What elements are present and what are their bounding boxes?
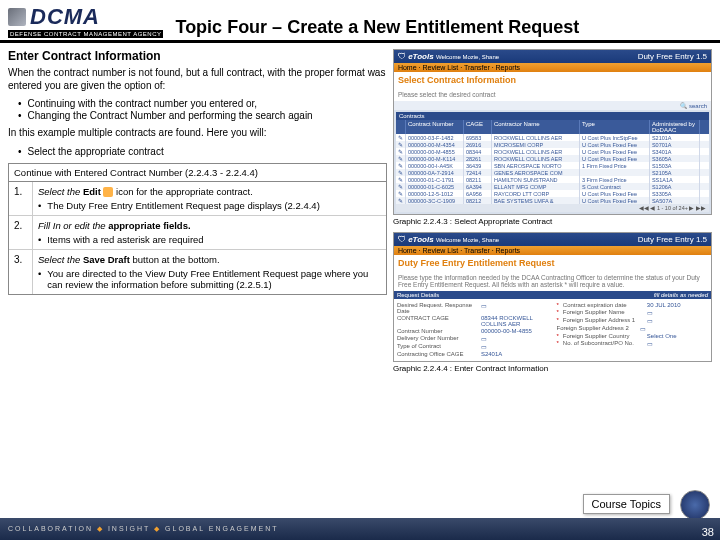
- page-footer: COLLABORATION ◆ INSIGHT ◆ GLOBAL ENGAGEM…: [0, 518, 720, 540]
- option-bullets: •Continuing with the contract number you…: [18, 98, 387, 121]
- contract-row[interactable]: ✎000000-00-M-K11428261ROCKWELL COLLINS A…: [396, 155, 709, 162]
- table-row: 3. Select the Save Draft button at the b…: [9, 250, 386, 294]
- page-number: 38: [702, 526, 714, 538]
- screenshot-contract-list: 🛡 eTools Welcome Mozie, Shane Duty Free …: [393, 49, 712, 215]
- page-header: DCMA DEFENSE CONTRACT MANAGEMENT AGENCY …: [0, 0, 720, 43]
- screenshot-nav: Home · Review List · Transfer · Reports: [394, 63, 711, 72]
- contract-row[interactable]: ✎000000-01-C-60256A394ELLANT MFG COMPS C…: [396, 183, 709, 190]
- step-sub: You are directed to the View Duty Free E…: [47, 268, 381, 290]
- agency-seal-icon: [680, 490, 710, 520]
- edit-icon: [103, 187, 113, 197]
- search-link[interactable]: search: [689, 103, 707, 109]
- contract-row[interactable]: ✎000000-00-M-485508344ROCKWELL COLLINS A…: [396, 148, 709, 155]
- steps-table-header: Continue with Entered Contract Number (2…: [9, 164, 386, 182]
- app-title: Duty Free Entry 1.5: [638, 235, 707, 244]
- step-sub: Items with a red asterisk are required: [47, 234, 203, 245]
- topic-title: Topic Four – Create a New Entitlement Re…: [175, 17, 712, 38]
- screenshot2-caption: Graphic 2.2.4.4 : Enter Contract Informa…: [393, 364, 712, 373]
- section-subtitle: Enter Contract Information: [8, 49, 387, 63]
- contract-row[interactable]: ✎000000-03-F-148269583ROCKWELL COLLINS A…: [396, 134, 709, 141]
- course-topics-button[interactable]: Course Topics: [583, 494, 671, 514]
- step-number: 2.: [9, 216, 33, 249]
- app-title: Duty Free Entry 1.5: [638, 52, 707, 61]
- contract-row[interactable]: ✎000000-12-5-10126A956RAYCORD LTT CORPU …: [396, 190, 709, 197]
- step-number: 1.: [9, 182, 33, 215]
- left-column: Enter Contract Information When the cont…: [8, 49, 387, 379]
- bullet-1: Continuing with the contract number you …: [28, 98, 258, 109]
- step-sub: The Duty Free Entry Entitlement Request …: [47, 200, 319, 211]
- step-number: 3.: [9, 250, 33, 294]
- dcma-logo: DCMA DEFENSE CONTRACT MANAGEMENT AGENCY: [8, 4, 163, 38]
- steps-table: Continue with Entered Contract Number (2…: [8, 163, 387, 295]
- bullet-2: Changing the Contract Number and perform…: [28, 110, 313, 121]
- intro-paragraph: When the contract number is not found, b…: [8, 67, 387, 92]
- screenshot-heading: Duty Free Entry Entitlement Request: [394, 255, 711, 271]
- logo-text: DCMA: [30, 4, 100, 30]
- right-column: 🛡 eTools Welcome Mozie, Shane Duty Free …: [393, 49, 712, 379]
- table-row: 2. Fill In or edit the appropriate field…: [9, 216, 386, 250]
- screenshot1-caption: Graphic 2.2.4.3 : Select Appropriate Con…: [393, 217, 712, 226]
- select-bullet: Select the appropriate contract: [28, 146, 164, 157]
- contract-row[interactable]: ✎000000-00-I-A45K36439SBN AEROSPACE NORT…: [396, 162, 709, 169]
- example-line: In this example multiple contracts are f…: [8, 127, 387, 140]
- logo-subtitle: DEFENSE CONTRACT MANAGEMENT AGENCY: [8, 30, 163, 38]
- screenshot-request-form: 🛡 eTools Welcome Mozie, Shane Duty Free …: [393, 232, 712, 362]
- table-row: 1. Select the Edit icon for the appropri…: [9, 182, 386, 216]
- screenshot-heading: Select Contract Information: [394, 72, 711, 88]
- contract-row[interactable]: ✎000000-00-M-435426916MICROSEMI CORPU Co…: [396, 141, 709, 148]
- contract-row[interactable]: ✎000000-3C-C-190908212BAE SYSTEMS LMFA &…: [396, 197, 709, 204]
- screenshot-nav: Home · Review List · Transfer · Reports: [394, 246, 711, 255]
- contract-row[interactable]: ✎000000-0A-7-291472414GENES AEROSPACE CO…: [396, 169, 709, 176]
- logo-globe-icon: [8, 8, 26, 26]
- contract-row[interactable]: ✎000000-01-C-179108211HAMILTON SUNSTRAND…: [396, 176, 709, 183]
